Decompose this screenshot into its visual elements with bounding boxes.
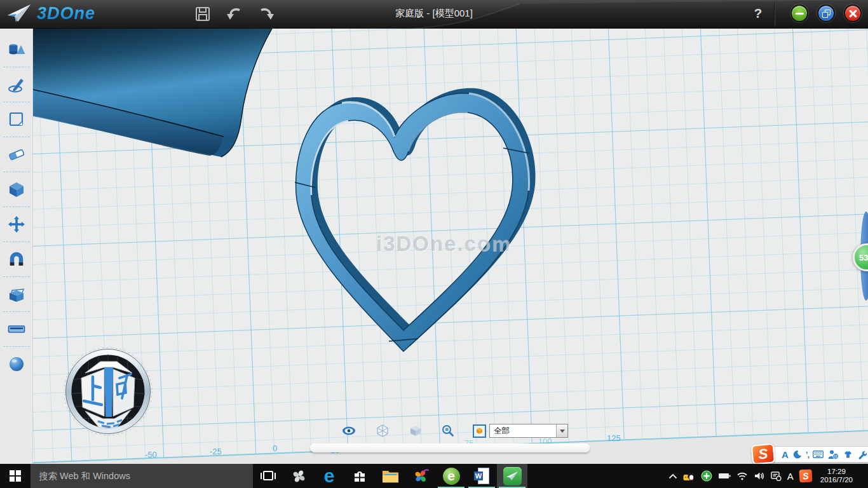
partial-surface-model[interactable] [33, 29, 275, 162]
soft-keyboard-icon[interactable] [813, 451, 824, 458]
speed-browser-icon: e [443, 468, 460, 485]
watermark: i3DOne.com [376, 232, 512, 256]
windows-logo-icon [10, 470, 21, 482]
battery-icon[interactable] [718, 472, 731, 480]
sidebar-item-eraser[interactable] [0, 140, 33, 169]
taskbar-app-pinwheel-color[interactable] [405, 464, 436, 488]
help-button[interactable]: ? [750, 5, 766, 22]
solid-display-icon[interactable] [409, 424, 423, 438]
word-icon: W [474, 468, 489, 484]
sidebar-item-primitive-shapes[interactable] [0, 35, 33, 64]
sidebar-item-edit-sketch[interactable] [0, 105, 33, 134]
sidebar-item-combine[interactable] [0, 280, 33, 309]
account-icon[interactable]: 11 [827, 449, 839, 459]
start-button[interactable] [0, 464, 31, 488]
taskbar-search-input[interactable] [31, 464, 253, 488]
taskbar-app-pinwheel-gray[interactable] [283, 464, 314, 488]
minimize-button[interactable] [790, 4, 808, 22]
title-bar: 3DOne 家庭 [0, 0, 868, 29]
input-mode-indicator[interactable]: A [787, 471, 794, 482]
modeling-viewport[interactable]: i3DOne.com [33, 29, 868, 464]
close-button[interactable] [844, 4, 862, 22]
sidebar-item-render-sphere[interactable] [0, 349, 33, 379]
taskbar-app-file-explorer[interactable] [375, 464, 405, 488]
zoom-observe-icon[interactable] [441, 424, 455, 438]
ime-input-mode-icon[interactable]: A [782, 449, 789, 460]
view-cube[interactable] [64, 345, 153, 438]
restore-icon [822, 10, 831, 18]
display-filter-value: 全部 [490, 426, 556, 437]
wifi-icon[interactable] [736, 471, 748, 480]
ime-strip: A ’, 11 [767, 446, 868, 463]
sidebar-item-feature-cube[interactable] [0, 175, 33, 204]
sogou-logo[interactable]: S [751, 443, 776, 464]
windows-store-icon [352, 468, 367, 484]
taskbar-app-3done[interactable] [497, 464, 527, 488]
visibility-eye-icon[interactable] [342, 424, 356, 438]
sidebar-separator [3, 276, 30, 277]
sidebar-item-move[interactable] [0, 210, 33, 239]
sidebar-separator [3, 241, 30, 242]
folder-icon [382, 470, 399, 483]
restore-button[interactable] [817, 4, 835, 22]
sidebar-separator [3, 207, 30, 207]
settings-wrench-icon[interactable] [857, 450, 867, 459]
3done-icon [503, 467, 522, 485]
taskbar-app-word[interactable]: W [466, 464, 497, 488]
punctuation-icon[interactable]: ’, [806, 450, 809, 459]
volume-icon[interactable] [754, 471, 765, 480]
sidebar-item-section[interactable] [0, 315, 33, 344]
app-window: i3DOne.com [0, 0, 868, 488]
sidebar-separator [3, 346, 30, 347]
taskbar-app-store[interactable] [344, 464, 375, 488]
axis-label: -25 [210, 447, 222, 456]
score-value: 53 [859, 253, 868, 262]
tray-expand-chevron[interactable] [668, 473, 677, 479]
360-safe-icon[interactable] [701, 470, 712, 482]
clock-date: 2016/7/20 [820, 476, 853, 484]
svg-text:11: 11 [834, 454, 837, 458]
sidebar-item-sketch[interactable] [0, 70, 33, 99]
action-center-icon[interactable] [771, 471, 782, 481]
axis-label: -50 [145, 450, 157, 459]
sidebar-separator [3, 172, 30, 172]
auto-fit-icon[interactable] [472, 424, 486, 438]
tool-sidebar [0, 29, 33, 464]
sidebar-separator [3, 102, 30, 102]
axis-label: 125 [607, 433, 621, 443]
clock-time: 17:29 [820, 468, 853, 476]
ime-toolbar: A ’, 11 [752, 444, 868, 464]
display-filter-dropdown[interactable]: 全部 [489, 424, 568, 438]
sidebar-separator [3, 137, 30, 137]
sidebar-separator [3, 67, 30, 67]
wireframe-display-icon[interactable] [376, 424, 390, 438]
horizontal-scrollbar[interactable] [310, 444, 590, 452]
taskbar-app-speed-browser[interactable]: e [436, 464, 466, 488]
chevron-down-icon [560, 430, 565, 433]
qq-icon[interactable] [683, 470, 695, 482]
edge-icon: e [324, 466, 335, 485]
titlebar-divider [774, 3, 775, 26]
task-view-button[interactable] [253, 464, 283, 488]
taskbar-clock[interactable]: 17:29 2016/7/20 [818, 468, 855, 484]
close-icon [849, 10, 857, 18]
dropdown-arrow-button[interactable] [556, 424, 567, 437]
moon-icon[interactable] [792, 450, 802, 459]
sogou-tray-icon[interactable]: S [799, 469, 812, 482]
axis-label: 0 [273, 444, 277, 453]
taskbar: e e [0, 464, 868, 488]
document-title: 家庭版 - [模型001] [0, 8, 868, 20]
taskbar-app-edge[interactable]: e [314, 464, 344, 488]
skin-icon[interactable] [843, 450, 853, 459]
heart-model[interactable] [280, 86, 546, 359]
window-controls [790, 4, 862, 22]
sidebar-item-magnet-assembly[interactable] [0, 245, 33, 274]
system-tray: A S 17:29 2016/7/20 [668, 464, 868, 488]
sidebar-separator [3, 311, 30, 312]
